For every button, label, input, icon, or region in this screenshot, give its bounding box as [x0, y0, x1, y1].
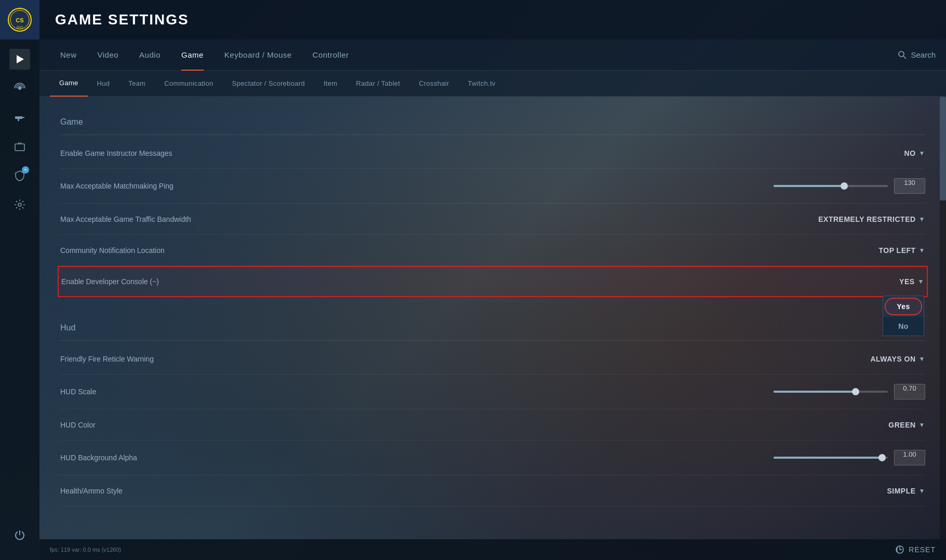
nav-item-audio[interactable]: Audio	[129, 39, 171, 71]
sub-nav-game[interactable]: Game	[50, 71, 88, 97]
setting-label-health-ammo: Health/Ammo Style	[60, 487, 821, 495]
sub-nav-communication[interactable]: Communication	[155, 71, 222, 97]
sidebar-power-icon[interactable]	[9, 525, 30, 545]
sidebar-tv-icon[interactable]	[9, 136, 30, 157]
hud-scale-value[interactable]: 0.70	[894, 384, 925, 399]
sidebar-broadcast-icon[interactable]	[9, 78, 30, 99]
setting-value-developer-console: YES ▼ Yes No	[820, 277, 924, 286]
friendly-fire-dropdown[interactable]: ALWAYS ON ▼	[870, 355, 925, 363]
hud-alpha-slider-thumb[interactable]	[878, 454, 886, 461]
nav-item-game[interactable]: Game	[171, 39, 214, 71]
developer-console-dropdown[interactable]: YES ▼ Yes No	[899, 277, 924, 286]
instructor-dropdown[interactable]: NO ▼	[904, 149, 925, 157]
ping-value[interactable]: 130	[894, 178, 925, 194]
svg-point-13	[899, 51, 904, 57]
page-title: GAME SETTINGS	[55, 11, 189, 28]
hud-scale-slider-track[interactable]	[774, 391, 888, 393]
sub-nav-spectator[interactable]: Spectator / Scoreboard	[223, 71, 314, 97]
sidebar-weapon-icon[interactable]	[9, 107, 30, 128]
hud-alpha-value[interactable]: 1.00	[894, 450, 925, 465]
ping-slider-container: 130	[774, 178, 925, 194]
setting-row-hud-alpha: HUD Background Alpha 1.00	[60, 441, 925, 475]
setting-label-hud-color: HUD Color	[60, 421, 821, 429]
setting-label-developer-console: Enable Developer Console (~)	[61, 277, 820, 286]
setting-value-hud-color: GREEN ▼	[821, 421, 925, 429]
sub-nav: Game Hud Team Communication Spectator / …	[39, 71, 946, 97]
svg-text:CS: CS	[16, 17, 23, 23]
svg-rect-9	[15, 144, 24, 151]
sidebar-shield-icon[interactable]: +	[9, 165, 30, 186]
sidebar: CS GO	[0, 0, 39, 560]
notification-dropdown[interactable]: TOP LEFT ▼	[878, 246, 925, 255]
setting-label-bandwidth: Max Acceptable Game Traffic Bandwidth	[60, 215, 818, 223]
hud-color-dropdown[interactable]: GREEN ▼	[888, 421, 925, 429]
setting-row-ping: Max Acceptable Matchmaking Ping 130	[60, 169, 925, 204]
setting-label-friendly-fire: Friendly Fire Reticle Warning	[60, 355, 821, 363]
developer-console-popup: Yes No	[883, 296, 924, 336]
bottom-bar: fps: 119 var: 0.0 ms (v1260) RESET	[39, 539, 946, 560]
scrollbar[interactable]	[940, 97, 946, 539]
nav-bar: New Video Audio Game Keyboard / Mouse Co…	[39, 39, 946, 71]
chevron-down-icon: ▼	[919, 216, 925, 223]
setting-row-health-ammo: Health/Ammo Style SIMPLE ▼	[60, 475, 925, 506]
sub-nav-radar[interactable]: Radar / Tablet	[347, 71, 409, 97]
sub-nav-hud[interactable]: Hud	[88, 71, 119, 97]
setting-row-instructor: Enable Game Instructor Messages NO ▼	[60, 138, 925, 169]
setting-label-hud-scale: HUD Scale	[60, 388, 774, 396]
sidebar-bottom	[9, 521, 30, 560]
setting-label-instructor: Enable Game Instructor Messages	[60, 149, 821, 157]
ping-slider-track[interactable]	[774, 185, 888, 187]
hud-scale-slider-fill	[774, 391, 856, 393]
reset-button[interactable]: RESET	[895, 545, 936, 554]
setting-value-health-ammo: SIMPLE ▼	[821, 487, 925, 495]
setting-row-hud-color: HUD Color GREEN ▼	[60, 409, 925, 441]
sub-nav-twitch[interactable]: Twitch.tv	[459, 71, 505, 97]
setting-label-ping: Max Acceptable Matchmaking Ping	[60, 182, 774, 190]
setting-value-instructor: NO ▼	[821, 149, 925, 157]
setting-row-bandwidth: Max Acceptable Game Traffic Bandwidth EX…	[60, 204, 925, 235]
ping-slider-thumb[interactable]	[841, 182, 848, 190]
hud-alpha-slider-container: 1.00	[774, 450, 925, 465]
sub-nav-crosshair[interactable]: Crosshair	[409, 71, 458, 97]
sub-nav-team[interactable]: Team	[119, 71, 155, 97]
hud-scale-slider-container: 0.70	[774, 384, 925, 399]
search-icon	[898, 51, 907, 59]
game-section-header: Game	[60, 107, 925, 135]
setting-row-notification: Community Notification Location TOP LEFT…	[60, 235, 925, 266]
sidebar-play-icon[interactable]	[9, 49, 30, 70]
sidebar-logo: CS GO	[0, 0, 39, 39]
chevron-down-icon: ▼	[918, 278, 924, 285]
popup-no-option[interactable]: No	[883, 317, 924, 336]
hud-alpha-slider-track[interactable]	[774, 457, 888, 459]
scrollbar-thumb[interactable]	[940, 97, 946, 201]
setting-value-ping: 130	[774, 178, 925, 194]
nav-search[interactable]: Search	[898, 50, 936, 59]
svg-rect-7	[22, 117, 24, 118]
sidebar-gear-icon[interactable]	[9, 194, 30, 215]
nav-item-video[interactable]: Video	[87, 39, 129, 71]
popup-yes-option[interactable]: Yes	[885, 298, 922, 315]
hud-scale-slider-thumb[interactable]	[852, 388, 859, 395]
reset-icon	[895, 545, 904, 554]
shield-badge: +	[22, 166, 29, 174]
health-ammo-dropdown[interactable]: SIMPLE ▼	[887, 487, 925, 495]
svg-text:GO: GO	[17, 25, 23, 30]
search-label: Search	[911, 50, 936, 59]
svg-rect-8	[18, 119, 19, 121]
bandwidth-dropdown[interactable]: EXTREMELY RESTRICTED ▼	[818, 215, 925, 223]
svg-line-14	[903, 56, 906, 59]
nav-item-keyboard-mouse[interactable]: Keyboard / Mouse	[214, 39, 302, 71]
svg-point-5	[18, 87, 21, 90]
svg-marker-4	[17, 55, 24, 63]
setting-value-friendly-fire: ALWAYS ON ▼	[821, 355, 925, 363]
reset-label: RESET	[909, 545, 936, 554]
nav-item-controller[interactable]: Controller	[302, 39, 359, 71]
hud-section-header: Hud	[60, 313, 925, 341]
sub-nav-item[interactable]: Item	[314, 71, 347, 97]
ping-slider-fill	[774, 185, 844, 187]
setting-value-notification: TOP LEFT ▼	[821, 246, 925, 255]
main-content: Game Enable Game Instructor Messages NO …	[39, 97, 946, 539]
nav-item-new[interactable]: New	[50, 39, 87, 71]
svg-point-12	[18, 203, 21, 206]
hud-alpha-slider-fill	[774, 457, 882, 459]
